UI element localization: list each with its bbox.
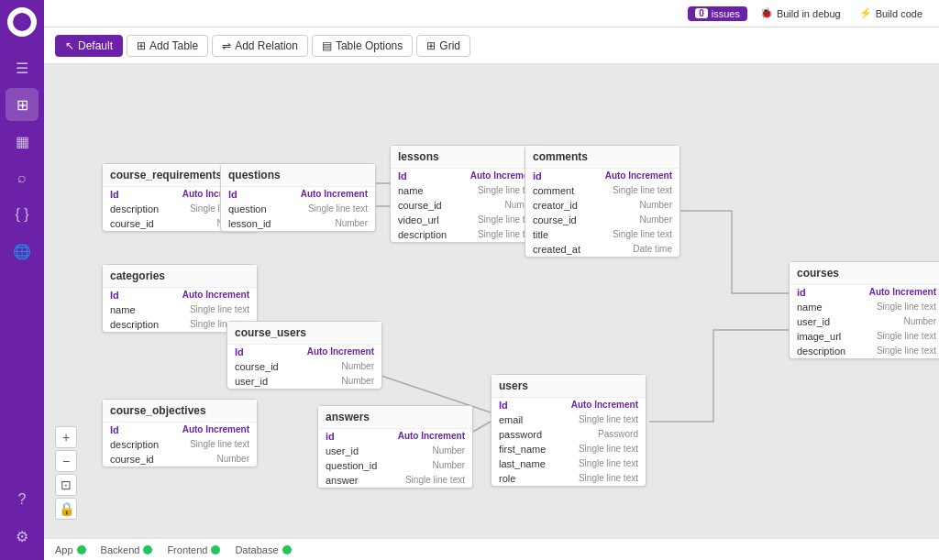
status-app-label: App bbox=[55, 544, 73, 555]
field-type: Number bbox=[341, 361, 374, 372]
zoom-in-button[interactable]: + bbox=[55, 426, 77, 448]
table-header-answers: answers bbox=[318, 406, 472, 429]
table-row: descriptionSingle line text bbox=[391, 227, 545, 242]
table-row: nameSingle line text bbox=[790, 300, 939, 314]
build-icon: ⚡ bbox=[859, 7, 872, 19]
sidebar-icon-code[interactable]: { } bbox=[6, 198, 39, 231]
table-row: user_idNumber bbox=[318, 444, 472, 458]
table-options-button[interactable]: ▤ Table Options bbox=[312, 35, 413, 57]
zoom-out-button[interactable]: − bbox=[55, 450, 77, 472]
field-name: description bbox=[797, 346, 845, 357]
status-frontend-label: Frontend bbox=[167, 544, 207, 555]
status-database-dot bbox=[282, 545, 292, 555]
field-type: Single line text bbox=[190, 439, 249, 450]
field-name: description bbox=[110, 203, 159, 214]
statusbar: App Backend Frontend Database bbox=[44, 538, 939, 560]
table-row: IdAuto Increment bbox=[221, 187, 375, 202]
issues-badge[interactable]: 0 issues bbox=[688, 6, 747, 21]
field-type: Single line text bbox=[405, 475, 465, 486]
table-course_objectives[interactable]: course_objectivesIdAuto Incrementdescrip… bbox=[102, 399, 258, 467]
field-name: description bbox=[110, 319, 159, 330]
field-name: id bbox=[326, 431, 335, 442]
field-name: role bbox=[499, 473, 515, 484]
field-name: image_url bbox=[797, 331, 841, 342]
table-row: IdAuto Increment bbox=[103, 288, 257, 302]
table-users[interactable]: usersIdAuto IncrementemailSingle line te… bbox=[491, 374, 646, 487]
table-row: user_idNumber bbox=[227, 374, 381, 389]
field-name: name bbox=[398, 185, 424, 196]
add-relation-button[interactable]: ⇌ Add Relation bbox=[212, 35, 308, 57]
field-type: Password bbox=[598, 429, 638, 440]
sidebar-icon-table[interactable]: ⊞ bbox=[6, 88, 39, 121]
bug-icon: 🐞 bbox=[760, 7, 773, 19]
sidebar-icon-menu[interactable]: ☰ bbox=[6, 51, 39, 84]
field-name: created_at bbox=[533, 244, 580, 255]
status-backend-label: Backend bbox=[101, 544, 140, 555]
field-name: user_id bbox=[326, 445, 359, 456]
field-name: course_id bbox=[398, 200, 442, 211]
field-name: id bbox=[533, 170, 542, 181]
field-type: Auto Increment bbox=[869, 287, 936, 298]
table-answers[interactable]: answersidAuto Incrementuser_idNumberques… bbox=[317, 405, 473, 489]
table-row: question_idNumber bbox=[318, 458, 472, 473]
logo[interactable] bbox=[7, 7, 37, 37]
table-row: IdAuto Increment bbox=[103, 423, 257, 437]
field-type: Single line text bbox=[877, 302, 936, 313]
sidebar-icon-search[interactable]: ⌕ bbox=[6, 161, 39, 194]
relation-icon: ⇌ bbox=[222, 39, 231, 52]
table-questions[interactable]: questionsIdAuto IncrementquestionSingle … bbox=[220, 163, 376, 232]
status-database: Database bbox=[235, 544, 291, 555]
field-type: Date time bbox=[633, 244, 672, 255]
field-name: email bbox=[499, 414, 523, 425]
status-database-label: Database bbox=[235, 544, 278, 555]
table-lessons[interactable]: lessonsIdAuto IncrementnameSingle line t… bbox=[390, 145, 546, 243]
field-type: Single line text bbox=[190, 304, 249, 315]
sidebar-icon-globe[interactable]: 🌐 bbox=[6, 235, 39, 268]
field-type: Auto Increment bbox=[307, 346, 374, 357]
table-courses[interactable]: coursesidAuto IncrementnameSingle line t… bbox=[789, 261, 939, 359]
field-name: comment bbox=[533, 185, 574, 196]
field-type: Number bbox=[432, 460, 465, 471]
field-name: password bbox=[499, 429, 542, 440]
table-row: questionSingle line text bbox=[221, 202, 375, 216]
table-header-categories: categories bbox=[103, 265, 257, 288]
field-name: title bbox=[533, 229, 548, 240]
field-type: Number bbox=[639, 214, 672, 225]
table-row: IdAuto Increment bbox=[492, 398, 646, 412]
add-table-button[interactable]: ⊞ Add Table bbox=[127, 35, 208, 57]
zoom-lock-button[interactable]: 🔒 bbox=[55, 498, 77, 520]
table-course_users[interactable]: course_usersIdAuto Incrementcourse_idNum… bbox=[226, 321, 382, 390]
field-type: Number bbox=[335, 218, 368, 229]
build-code-button[interactable]: ⚡ Build code bbox=[854, 5, 928, 21]
field-type: Auto Increment bbox=[571, 400, 638, 411]
sidebar-icon-help[interactable]: ? bbox=[6, 483, 39, 516]
field-type: Number bbox=[903, 316, 936, 327]
table-comments[interactable]: commentsidAuto IncrementcommentSingle li… bbox=[525, 145, 680, 258]
table-row: idAuto Increment bbox=[790, 285, 939, 300]
table-row: course_idNumber bbox=[103, 452, 257, 467]
field-name: Id bbox=[398, 170, 407, 181]
table-row: IdAuto Increment bbox=[391, 169, 545, 183]
field-type: Single line text bbox=[579, 473, 638, 484]
canvas: course_requirementsIdAuto Incrementdescr… bbox=[44, 64, 939, 538]
field-name: answer bbox=[326, 475, 358, 486]
field-type: Single line text bbox=[877, 346, 936, 357]
sidebar-icon-settings[interactable]: ⚙ bbox=[6, 520, 39, 553]
field-type: Auto Increment bbox=[301, 189, 368, 200]
table-row: emailSingle line text bbox=[492, 412, 646, 427]
status-backend: Backend bbox=[101, 544, 153, 555]
table-row: first_nameSingle line text bbox=[492, 442, 646, 456]
default-button[interactable]: ↖ Default bbox=[55, 35, 123, 57]
zoom-fit-button[interactable]: ⊡ bbox=[55, 474, 77, 496]
grid-button[interactable]: ⊞ Grid bbox=[416, 35, 470, 57]
table-row: IdAuto Increment bbox=[227, 345, 381, 359]
field-name: description bbox=[110, 439, 159, 450]
field-type: Single line text bbox=[579, 414, 638, 425]
table-icon: ⊞ bbox=[137, 39, 146, 52]
sidebar-icon-grid[interactable]: ▦ bbox=[6, 125, 39, 158]
field-name: Id bbox=[110, 290, 119, 301]
field-name: question_id bbox=[326, 460, 377, 471]
build-debug-button[interactable]: 🐞 Build in debug bbox=[755, 5, 846, 21]
field-type: Auto Increment bbox=[398, 431, 465, 442]
table-row: descriptionSingle line text bbox=[790, 344, 939, 358]
